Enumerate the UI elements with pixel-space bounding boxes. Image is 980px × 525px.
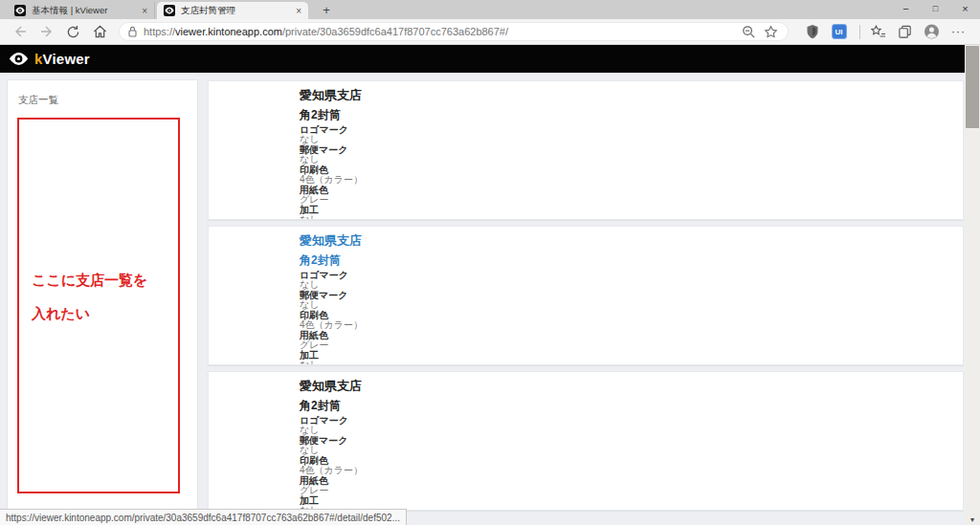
branch-list-panel: 支店一覧 ここに支店一覧を 入れたい [7,79,198,525]
field-label: 郵便マーク [300,291,947,300]
collections-icon[interactable] [897,24,913,40]
field-value: なし [300,426,947,435]
maximize-button[interactable]: □ [921,0,950,19]
toolbar-extensions: UI ··· [804,24,977,40]
minimize-button[interactable]: − [891,0,921,19]
profile-avatar[interactable] [924,24,940,40]
branch-list-title: 支店一覧 [8,80,197,107]
favorites-bar-icon[interactable] [870,24,886,40]
kviewer-favicon-icon [164,5,175,16]
record-card[interactable]: 愛知県支店 角2封筒 ロゴマークなし郵便マークなし印刷色4色（カラー）用紙色グレ… [208,80,964,220]
card-branch-title[interactable]: 愛知県支店 [300,379,947,393]
field-value: なし [300,361,947,366]
close-button[interactable]: × [950,0,980,19]
tab-bar: 基本情報 | kViewer × 支店封筒管理 × + − □ × [0,0,980,19]
annotation-red-box: ここに支店一覧を 入れたい [17,118,180,493]
status-link-url: https://viewer.kintoneapp.com/private/30… [6,513,400,523]
new-tab-button[interactable]: + [317,2,336,18]
field-label: 郵便マーク [300,436,947,446]
field-label: 印刷色 [300,311,947,320]
tab-branch-envelope-mgmt[interactable]: 支店封筒管理 × [157,2,308,19]
lock-icon [128,26,137,37]
card-fields: ロゴマークなし郵便マークなし印刷色4色（カラー）用紙色グレー加工なし [300,416,947,511]
field-label: ロゴマーク [300,416,947,426]
zoom-page-icon[interactable] [741,24,757,40]
tab-title: 支店封筒管理 [181,5,291,17]
annotation-note: ここに支店一覧を 入れたい [19,120,178,330]
card-fields: ロゴマークなし郵便マークなし印刷色4色（カラー）用紙色グレー加工なし [300,271,947,365]
favorite-star-icon[interactable] [763,24,779,40]
url-text: https://viewer.kintoneapp.com/private/30… [144,26,741,37]
field-label: ロゴマーク [300,271,947,280]
field-value: なし [300,135,947,144]
field-label: 用紙色 [300,331,947,340]
extension-shield-icon[interactable] [804,24,820,40]
field-label: 印刷色 [300,456,947,466]
scrollbar-down-icon[interactable]: ▾ [965,515,980,524]
field-value: グレー [300,340,947,350]
card-branch-title[interactable]: 愛知県支店 [300,233,947,248]
scrollbar-thumb[interactable] [966,46,979,128]
card-product-title[interactable]: 角2封筒 [300,399,947,412]
record-card[interactable]: 愛知県支店 角2封筒 ロゴマークなし郵便マークなし印刷色4色（カラー）用紙色グレ… [208,371,964,511]
card-product-title[interactable]: 角2封筒 [300,253,947,267]
field-value: なし [300,155,947,164]
browser-window: 基本情報 | kViewer × 支店封筒管理 × + − □ × [0,0,980,525]
back-icon[interactable] [12,25,27,39]
tab-close-icon[interactable]: × [142,6,147,16]
cards: 愛知県支店 角2封筒 ロゴマークなし郵便マークなし印刷色4色（カラー）用紙色グレ… [208,80,964,516]
field-label: 郵便マーク [300,145,947,155]
field-label: 加工 [300,496,947,506]
field-value: 4色（カラー） [300,320,947,330]
address-bar[interactable]: https://viewer.kintoneapp.com/private/30… [119,22,789,41]
card-branch-title[interactable]: 愛知県支店 [300,88,947,102]
toolbar-divider [859,25,860,39]
page-scrollbar[interactable]: ▾ [965,45,980,525]
window-controls: − □ × [891,0,980,19]
field-value: グレー [300,195,947,205]
field-label: ロゴマーク [300,125,947,135]
field-label: 加工 [300,351,947,361]
field-value: なし [300,446,947,455]
kviewer-logo: kViewer [34,51,90,67]
refresh-icon[interactable] [66,25,80,39]
field-label: 加工 [300,206,947,215]
tab-title: 基本情報 | kViewer [32,5,137,17]
page-content: kViewer 支店一覧 ここに支店一覧を 入れたい 愛知県支店 角2封筒 ロゴ… [0,45,965,525]
forward-icon[interactable] [39,25,54,39]
field-label: 用紙色 [300,476,947,486]
field-value: なし [300,215,947,221]
field-label: 用紙色 [300,186,947,195]
field-value: グレー [300,486,947,495]
card-fields: ロゴマークなし郵便マークなし印刷色4色（カラー）用紙色グレー加工なし [300,125,947,220]
browser-toolbar: https://viewer.kintoneapp.com/private/30… [0,19,980,45]
field-value: なし [300,300,947,310]
settings-more-icon[interactable]: ··· [950,24,967,40]
tab-close-icon[interactable]: × [296,6,301,16]
page-viewport: kViewer 支店一覧 ここに支店一覧を 入れたい 愛知県支店 角2封筒 ロゴ… [0,45,980,525]
tab-kviewer-basic-info[interactable]: 基本情報 | kViewer × [8,2,155,19]
kviewer-eye-icon [9,52,29,66]
field-value: 4色（カラー） [300,466,947,475]
kviewer-favicon-icon [14,5,26,16]
card-product-title[interactable]: 角2封筒 [300,108,947,121]
field-value: 4色（カラー） [300,175,947,185]
extension-ui-icon[interactable]: UI [831,24,847,40]
record-card[interactable]: 愛知県支店 角2封筒 ロゴマークなし郵便マークなし印刷色4色（カラー）用紙色グレ… [208,226,964,365]
field-value: なし [300,280,947,290]
kviewer-header: kViewer [0,45,965,73]
home-icon[interactable] [93,25,107,39]
status-bar: https://viewer.kintoneapp.com/private/30… [0,509,407,525]
field-label: 印刷色 [300,165,947,175]
